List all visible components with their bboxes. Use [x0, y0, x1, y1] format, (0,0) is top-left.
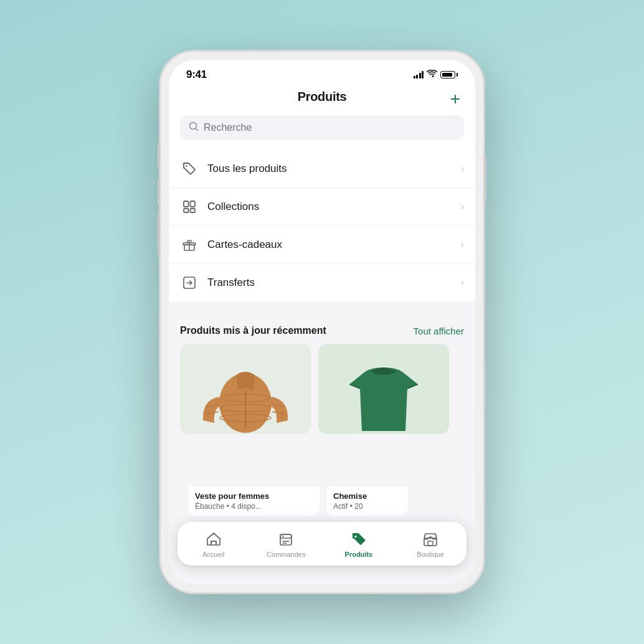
chevron-right-icon: › — [461, 277, 464, 288]
svg-rect-24 — [280, 534, 291, 538]
nav-item-commandes[interactable]: Commandes — [267, 531, 305, 558]
menu-list: Tous les produits › Collections › — [169, 150, 475, 301]
product-status-shirt: Actif • 20 — [333, 502, 402, 511]
menu-item-label: Transferts — [207, 277, 461, 289]
store-icon — [422, 531, 439, 548]
search-input[interactable] — [204, 122, 455, 133]
phone-wrapper: 9:41 — [160, 51, 484, 593]
page-title: Produits — [298, 90, 347, 104]
search-container — [169, 113, 475, 150]
status-bar: 9:41 — [169, 60, 475, 85]
products-icon — [350, 531, 367, 548]
product-status-jacket: Ébauche • 4 dispo... — [195, 502, 313, 511]
recent-products-title: Produits mis à jour récemment — [180, 325, 326, 336]
menu-item-label: Collections — [207, 201, 461, 213]
nav-label-produits: Produits — [345, 551, 373, 558]
tout-afficher-link[interactable]: Tout afficher — [414, 326, 464, 336]
status-time: 9:41 — [186, 69, 207, 81]
svg-line-1 — [196, 128, 198, 131]
svg-point-28 — [354, 536, 357, 538]
product-card-shirt[interactable] — [318, 344, 449, 434]
nav-item-produits[interactable]: Produits — [340, 531, 377, 558]
transfer-icon — [180, 273, 199, 292]
nav-label-accueil: Accueil — [202, 551, 224, 558]
jacket-illustration — [196, 353, 295, 434]
product-caption-jacket: Veste pour femmes Ébauche • 4 dispo... — [189, 486, 320, 516]
product-caption-shirt: Chemise Actif • 20 — [327, 486, 408, 516]
tag-icon — [180, 159, 199, 178]
svg-rect-22 — [211, 541, 216, 545]
collection-icon — [180, 197, 199, 216]
svg-rect-30 — [428, 541, 433, 546]
menu-item-transferts[interactable]: Transferts › — [169, 264, 475, 301]
home-icon — [205, 531, 222, 548]
recent-products-section: Produits mis à jour récemment Tout affic… — [169, 316, 475, 434]
nav-item-accueil[interactable]: Accueil — [195, 531, 232, 558]
phone-screen: 9:41 — [169, 60, 475, 584]
wifi-icon — [427, 69, 437, 80]
nav-item-boutique[interactable]: Boutique — [412, 531, 449, 558]
product-card-jacket[interactable] — [180, 344, 311, 434]
menu-item-tous-produits[interactable]: Tous les produits › — [169, 150, 475, 188]
svg-rect-3 — [184, 201, 189, 207]
nav-label-commandes: Commandes — [267, 551, 305, 558]
battery-icon — [440, 71, 458, 78]
svg-point-25 — [283, 536, 284, 537]
orders-icon — [277, 531, 295, 548]
svg-rect-6 — [191, 209, 196, 212]
page-header: Produits + — [169, 85, 475, 113]
status-icons — [414, 69, 458, 80]
bottom-nav-overlay: Accueil Commandes — [178, 522, 466, 566]
recent-products-header: Produits mis à jour récemment Tout affic… — [180, 316, 464, 344]
svg-rect-5 — [184, 209, 189, 212]
menu-item-collections[interactable]: Collections › — [169, 188, 475, 226]
menu-item-label: Tous les produits — [207, 163, 461, 175]
product-name-shirt: Chemise — [333, 491, 402, 501]
nav-label-boutique: Boutique — [417, 551, 444, 558]
shirt-illustration — [334, 353, 433, 434]
add-product-button[interactable]: + — [450, 90, 460, 108]
svg-point-2 — [186, 165, 187, 166]
gift-icon — [180, 235, 199, 254]
menu-item-label: Cartes-cadeaux — [207, 239, 461, 251]
products-grid — [180, 344, 464, 434]
chevron-right-icon: › — [461, 163, 464, 174]
section-divider — [169, 301, 475, 316]
product-name-jacket: Veste pour femmes — [195, 491, 313, 501]
search-input-wrapper[interactable] — [180, 115, 464, 140]
chevron-right-icon: › — [461, 239, 464, 250]
page-background: 9:41 — [0, 0, 644, 644]
menu-item-cartes-cadeaux[interactable]: Cartes-cadeaux › — [169, 226, 475, 264]
product-captions-area: Veste pour femmes Ébauche • 4 dispo... C… — [189, 486, 475, 516]
chevron-right-icon: › — [461, 201, 464, 212]
search-icon — [189, 121, 199, 134]
signal-icon — [414, 71, 424, 78]
svg-rect-4 — [191, 201, 196, 207]
